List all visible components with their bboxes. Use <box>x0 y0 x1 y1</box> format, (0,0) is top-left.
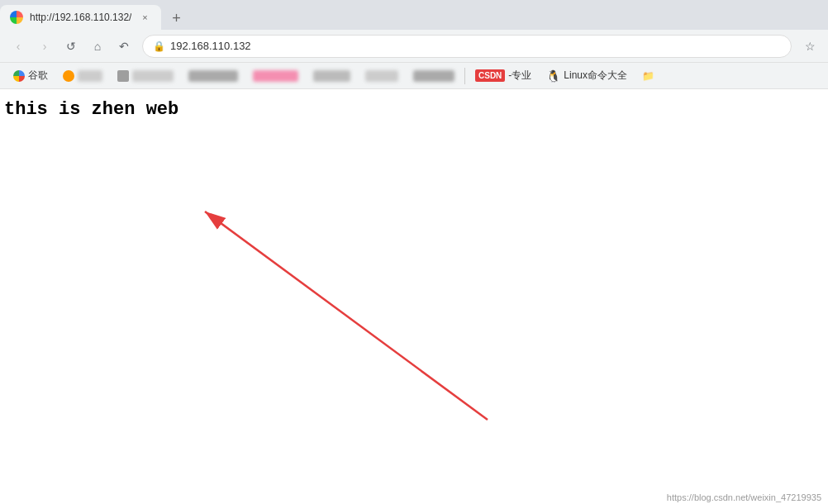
address-text: 192.168.110.132 <box>170 40 781 52</box>
star-button[interactable]: ☆ <box>798 35 821 58</box>
red-arrow-annotation <box>0 89 828 504</box>
folder-icon: 📁 <box>642 70 654 82</box>
bookmark-item-5[interactable] <box>307 67 357 85</box>
bookmark-favicon-1 <box>63 70 74 82</box>
bookmark-csdn-label: -专业 <box>508 69 531 83</box>
bookmark-item-6[interactable] <box>359 67 405 85</box>
bookmark-item-1[interactable] <box>56 67 109 85</box>
bookmark-item-2[interactable] <box>111 67 180 85</box>
new-tab-button[interactable]: + <box>164 7 188 30</box>
history-back-button[interactable]: ↶ <box>112 35 136 58</box>
watermark-text: https://blog.csdn.net/weixin_47219935 <box>667 492 821 502</box>
bookmark-linux[interactable]: 🐧 Linux命令大全 <box>540 65 634 86</box>
bookmark-label-blurred-7 <box>413 70 454 82</box>
page-content: this is zhen web https://blog.csdn.net/w… <box>0 89 828 504</box>
bookmark-label-blurred-6 <box>365 70 398 82</box>
forward-button[interactable]: › <box>33 35 56 58</box>
tab-favicon-icon <box>10 11 23 24</box>
page-main-text: this is zhen web <box>4 97 824 123</box>
bookmark-linux-icon: 🐧 <box>546 69 560 83</box>
bookmark-label-blurred-5 <box>313 70 350 82</box>
back-button[interactable]: ‹ <box>7 35 30 58</box>
bookmark-favicon-2 <box>117 70 129 82</box>
bookmarks-bar: 谷歌 CSDN -专业 🐧 Linux命令大全 📁 <box>0 63 828 89</box>
bookmark-label-blurred-4 <box>253 70 298 82</box>
bookmark-item-7[interactable] <box>407 67 461 85</box>
google-favicon-icon <box>13 70 25 82</box>
bookmark-google[interactable]: 谷歌 <box>7 65 55 86</box>
csdn-icon: CSDN <box>475 69 505 82</box>
bookmark-label-blurred-3 <box>188 70 238 82</box>
bookmark-google-label: 谷歌 <box>28 69 48 83</box>
address-bar[interactable]: 🔒 192.168.110.132 <box>142 35 792 58</box>
bookmark-label-blurred-2 <box>132 70 174 82</box>
bookmark-item-3[interactable] <box>182 67 245 85</box>
bookmark-linux-label: Linux命令大全 <box>564 69 627 83</box>
bookmark-item-4[interactable] <box>246 67 305 85</box>
bookmark-label-blurred-1 <box>78 70 102 82</box>
toolbar: ‹ › ↺ ⌂ ↶ 🔒 192.168.110.132 ☆ <box>0 30 828 63</box>
bookmarks-separator <box>464 68 465 84</box>
bookmark-csdn[interactable]: CSDN -专业 <box>469 65 538 86</box>
svg-line-1 <box>205 212 488 420</box>
active-tab[interactable]: http://192.168.110.132/ × <box>0 5 161 30</box>
lock-icon: 🔒 <box>153 40 165 52</box>
reload-button[interactable]: ↺ <box>59 35 83 58</box>
tab-title: http://192.168.110.132/ <box>30 12 131 23</box>
home-button[interactable]: ⌂ <box>86 35 109 58</box>
tab-bar: http://192.168.110.132/ × + <box>0 0 828 30</box>
bookmark-folder[interactable]: 📁 <box>635 67 661 85</box>
tab-close-button[interactable]: × <box>138 11 151 24</box>
